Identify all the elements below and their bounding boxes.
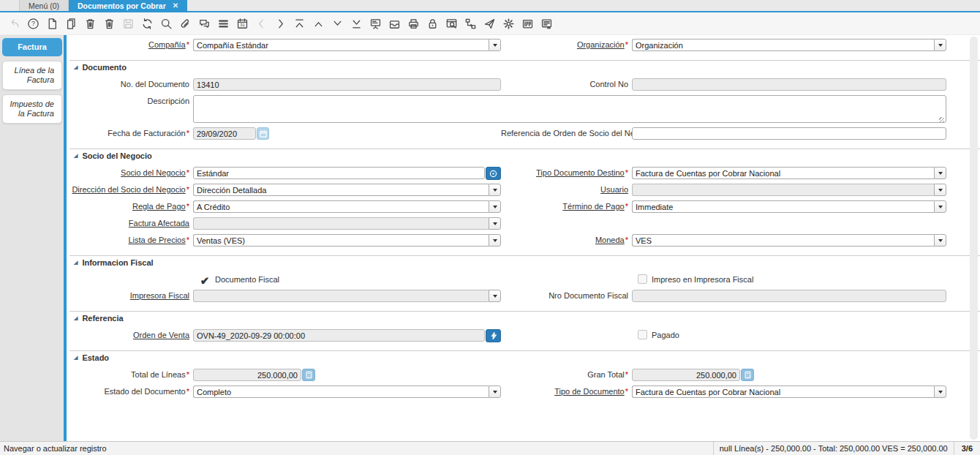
next-record-icon[interactable] (271, 14, 290, 33)
business-partner-info-button[interactable] (486, 167, 501, 180)
organizacion-select[interactable]: Organización (632, 39, 946, 51)
tab-active-label: Documentos por Cobrar (78, 1, 166, 10)
direccion-socio-select[interactable]: Dirección Detallada (193, 184, 501, 196)
section-informacion-fiscal[interactable]: ◢Informacion Fiscal (69, 255, 980, 267)
refresh-icon[interactable] (137, 14, 157, 33)
dropdown-caret-icon[interactable] (934, 184, 946, 196)
svg-text:?: ? (31, 20, 34, 27)
detail-tabs-sidebar: Factura Línea de la Factura Impuesto de … (0, 35, 67, 441)
zoom-order-button[interactable] (486, 329, 501, 342)
zoom-across-icon[interactable] (442, 14, 461, 33)
total-de-lineas-label: Total de Líneas (131, 370, 186, 379)
termino-de-pago-select[interactable]: Immediate (632, 200, 946, 213)
last-record-icon[interactable] (347, 14, 366, 33)
prev-record-icon (252, 14, 271, 33)
grid-toggle-icon[interactable] (214, 14, 233, 33)
record-position: 3/6 (954, 442, 980, 455)
moneda-select[interactable]: VES (632, 234, 946, 247)
report-icon[interactable] (366, 14, 385, 33)
chat-icon[interactable] (195, 14, 214, 33)
dropdown-caret-icon[interactable] (934, 234, 946, 247)
control-no-field[interactable] (632, 78, 946, 91)
tab-documentos-por-cobrar[interactable]: Documentos por Cobrar ✕ (69, 0, 187, 11)
no-documento-field[interactable]: 13410 (193, 78, 501, 91)
lock-icon[interactable] (423, 14, 442, 33)
print-icon[interactable] (404, 14, 423, 33)
attachment-icon[interactable] (176, 14, 195, 33)
dropdown-caret-icon[interactable] (489, 234, 501, 247)
help-icon[interactable]: ? (23, 14, 42, 33)
section-documento[interactable]: ◢Documento (69, 60, 980, 72)
estado-del-documento-select[interactable]: Completo (193, 386, 501, 398)
dropdown-caret-icon[interactable] (934, 39, 946, 51)
detail-record-icon[interactable] (328, 14, 347, 33)
section-socio-del-negocio[interactable]: ◢Socio del Negocio (69, 148, 980, 160)
calendar-icon[interactable]: 31 (233, 14, 252, 33)
dropdown-caret-icon[interactable] (489, 386, 501, 398)
calculator-button[interactable] (741, 369, 754, 381)
factura-afectada-label: Factura Afectada (129, 219, 189, 228)
dropdown-caret-icon[interactable] (934, 167, 946, 179)
tab-impuesto-de-la-factura[interactable]: Impuesto de la Factura (2, 94, 62, 124)
new-record-icon[interactable] (42, 14, 61, 33)
documento-fiscal-checkbox[interactable]: ✔ (199, 274, 211, 286)
impresora-fiscal-label: Impresora Fiscal (130, 291, 189, 300)
tipo-documento-destino-label: Tipo Documento Destino (536, 168, 625, 177)
total-de-lineas-field[interactable]: 250.000,00 (193, 369, 301, 381)
tab-menu[interactable]: Menú (0) (19, 0, 69, 11)
impresora-fiscal-select[interactable] (193, 290, 501, 302)
dropdown-caret-icon[interactable] (934, 386, 946, 398)
gran-total-field[interactable]: 250.000,00 (632, 369, 740, 381)
dropdown-caret-icon[interactable] (489, 290, 501, 302)
orden-de-venta-field[interactable]: OVN-49_2020-09-29 00:00:00 (193, 329, 485, 342)
descripcion-textarea[interactable] (193, 95, 946, 123)
calculator-button[interactable] (302, 369, 315, 381)
nro-documento-fiscal-field[interactable] (632, 290, 946, 302)
section-estado[interactable]: ◢Estado (69, 350, 980, 362)
referencia-orden-field[interactable] (632, 127, 946, 140)
no-documento-label: No. del Documento (121, 80, 189, 89)
pagado-checkbox[interactable] (638, 330, 647, 339)
organizacion-label: Organización (577, 40, 625, 49)
window-tabbar: Menú (0) Documentos por Cobrar ✕ (0, 0, 980, 12)
product-info-icon[interactable] (518, 14, 537, 33)
delete-selection-icon[interactable] (99, 14, 118, 33)
compania-select[interactable]: Compañía Estándar (193, 39, 501, 51)
close-tab-icon[interactable]: ✕ (173, 1, 178, 10)
dropdown-caret-icon[interactable] (489, 184, 501, 196)
lista-de-precios-select[interactable]: Ventas (VES) (193, 234, 501, 247)
parent-record-icon[interactable] (309, 14, 328, 33)
dropdown-caret-icon[interactable] (489, 39, 501, 51)
factura-afectada-select[interactable] (193, 217, 501, 230)
calendar-picker-button[interactable] (257, 127, 269, 140)
preference-icon[interactable] (499, 14, 518, 33)
socio-del-negocio-label: Socio del Negocio (121, 168, 186, 177)
socio-del-negocio-field[interactable]: Estándar (193, 167, 485, 179)
save-icon (118, 14, 137, 33)
dropdown-caret-icon[interactable] (489, 217, 501, 230)
documento-fiscal-label: Documento Fiscal (215, 274, 279, 286)
dropdown-caret-icon[interactable] (489, 200, 501, 213)
copy-record-icon[interactable] (61, 14, 80, 33)
tab-factura[interactable]: Factura (2, 38, 62, 56)
tipo-documento-destino-select[interactable]: Factura de Cuentas por Cobrar Nacional (632, 167, 946, 179)
workflow-icon[interactable] (461, 14, 480, 33)
delete-record-icon[interactable] (80, 14, 99, 33)
dropdown-caret-icon[interactable] (934, 200, 946, 213)
impreso-en-impresora-fiscal-checkbox[interactable] (638, 274, 647, 284)
window-report-icon[interactable] (537, 14, 556, 33)
request-icon[interactable] (480, 14, 499, 33)
section-referencia[interactable]: ◢Referencia (69, 311, 980, 323)
first-record-icon[interactable] (290, 14, 309, 33)
archive-icon[interactable] (385, 14, 404, 33)
usuario-select[interactable] (632, 184, 946, 196)
undo-icon (4, 14, 23, 33)
vertical-scrollbar[interactable] (970, 37, 978, 440)
collapse-triangle-icon: ◢ (74, 64, 78, 71)
tipo-de-documento-select[interactable]: Factura de Cuentas por Cobrar Nacional (632, 386, 946, 398)
regla-de-pago-select[interactable]: A Crédito (193, 200, 501, 213)
tab-linea-de-la-factura[interactable]: Línea de la Factura (2, 61, 62, 90)
fecha-facturacion-field[interactable]: 29/09/2020 (193, 127, 256, 140)
find-icon[interactable] (157, 14, 176, 33)
orden-de-venta-label: Orden de Venta (133, 331, 189, 339)
